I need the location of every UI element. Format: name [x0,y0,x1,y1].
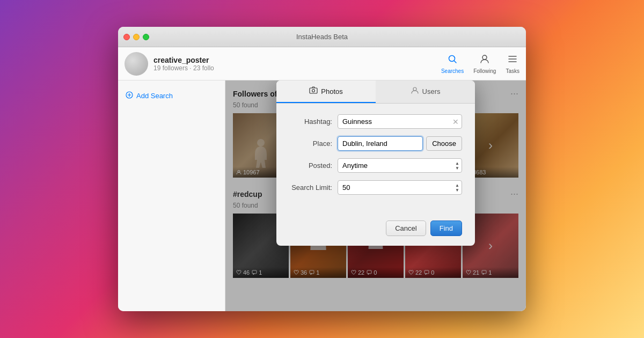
search-icon [447,54,458,67]
tasks-icon [507,54,518,67]
searches-label: Searches [441,68,464,74]
tab-photos-label: Photos [321,87,342,95]
svg-point-21 [312,90,315,92]
posted-label: Posted: [289,161,338,170]
profile-stats: 19 followers · 23 follo [153,64,214,72]
following-label: Following [473,68,496,74]
toolbar-searches[interactable]: Searches [441,54,464,74]
hashtag-label: Hashtag: [289,117,338,126]
fullscreen-button[interactable] [143,34,149,40]
svg-point-0 [449,55,455,61]
main-content: Followers of "starbuck ··· 50 found [225,80,526,311]
sidebar: Add Search [118,80,225,311]
find-button[interactable]: Find [430,221,462,236]
profile-section: creative_poster 19 followers · 23 follo [125,52,214,76]
app-toolbar: creative_poster 19 followers · 23 follo … [118,47,526,80]
hashtag-input-wrap: ✕ [338,114,462,129]
hashtag-input[interactable] [338,114,462,129]
window-title: InstaHeads Beta [296,33,348,41]
plus-icon [126,91,133,100]
modal-tabs: Photos Users [276,80,475,104]
tasks-label: Tasks [506,68,519,74]
close-button[interactable] [123,34,130,40]
svg-point-22 [413,87,416,91]
posted-select[interactable]: Anytime Today This Week This Month [338,158,462,173]
minimize-button[interactable] [133,34,140,40]
limit-label: Search Limit: [289,183,338,192]
tab-photos[interactable]: Photos [276,80,376,103]
choose-button[interactable]: Choose [426,136,462,151]
mac-window: InstaHeads Beta creative_poster 19 follo… [118,27,526,311]
app-body: Add Search Followers of "starbuck ··· 50… [118,80,526,311]
svg-rect-20 [310,88,317,93]
camera-icon [309,86,318,97]
add-search-label: Add Search [136,92,173,100]
users-icon [411,86,419,97]
toolbar-actions: Searches Following [441,54,519,74]
avatar [125,52,148,76]
search-modal: Photos Users [276,80,475,246]
modal-form: Hashtag: ✕ Place: Choose [276,104,475,213]
traffic-lights [123,34,149,40]
place-input[interactable] [338,136,423,151]
profile-info: creative_poster 19 followers · 23 follo [153,56,214,72]
limit-select-wrap: 50 100 200 500 ▲ ▼ [338,180,462,195]
place-label: Place: [289,139,338,148]
svg-line-1 [455,61,457,63]
posted-select-wrap: Anytime Today This Week This Month ▲ ▼ [338,158,462,173]
profile-name: creative_poster [153,56,214,64]
posted-row: Posted: Anytime Today This Week This Mon… [289,158,462,173]
following-icon [479,54,490,67]
tab-users-label: Users [422,87,441,95]
hashtag-row: Hashtag: ✕ [289,114,462,129]
add-search-button[interactable]: Add Search [118,87,225,105]
limit-row: Search Limit: 50 100 200 500 ▲ [289,180,462,195]
tab-users[interactable]: Users [376,80,475,103]
toolbar-following[interactable]: Following [473,54,496,74]
hashtag-clear-icon[interactable]: ✕ [452,117,459,126]
modal-overlay: Photos Users [225,80,526,311]
modal-footer: Cancel Find [276,213,475,246]
toolbar-tasks[interactable]: Tasks [506,54,519,74]
limit-select[interactable]: 50 100 200 500 [338,180,462,195]
title-bar: InstaHeads Beta [118,27,526,47]
cancel-button[interactable]: Cancel [386,221,426,236]
place-row: Place: Choose [289,136,462,151]
svg-point-2 [482,55,487,60]
place-input-group: Choose [338,136,462,151]
